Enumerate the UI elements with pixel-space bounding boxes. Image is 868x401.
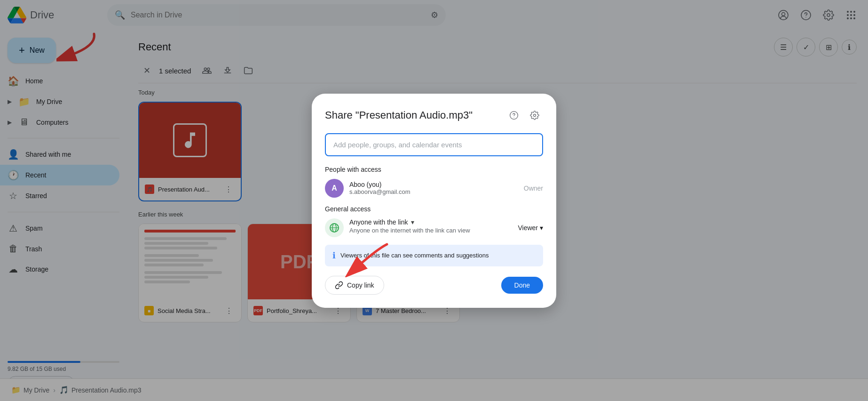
access-chevron-icon[interactable]: ▾	[411, 218, 414, 226]
modal-header-icons	[505, 107, 543, 124]
person-role: Owner	[524, 184, 543, 192]
access-role-select[interactable]: Viewer ▾	[518, 224, 543, 232]
modal-footer: Copy link Done	[325, 276, 543, 295]
user-avatar: A	[325, 179, 344, 198]
share-modal-overlay: Share "Presentation Audio.mp3" People wi…	[0, 0, 868, 401]
access-title: Anyone with the link	[349, 218, 408, 226]
info-banner-icon: ℹ	[332, 250, 336, 261]
modal-title: Share "Presentation Audio.mp3"	[325, 109, 473, 121]
info-banner-text: Viewers of this file can see comments an…	[340, 252, 489, 259]
access-title-row: Anyone with the link ▾	[349, 218, 512, 226]
access-row: Anyone with the link ▾ Anyone on the int…	[325, 218, 543, 237]
modal-help-button[interactable]	[505, 107, 522, 124]
general-access-section: General access Anyone with the link ▾ An…	[325, 205, 543, 237]
copy-link-button[interactable]: Copy link	[325, 276, 384, 295]
access-description: Anyone on the internet with the link can…	[349, 227, 512, 234]
modal-settings-button[interactable]	[526, 107, 543, 124]
person-row: A Aboo (you) s.aboorva@gmail.com Owner	[325, 179, 543, 198]
access-role-label: Viewer	[518, 224, 538, 232]
people-with-access-header: People with access	[325, 166, 543, 173]
info-banner: ℹ Viewers of this file can see comments …	[325, 245, 543, 266]
person-email: s.aboorva@gmail.com	[349, 188, 518, 195]
svg-point-17	[513, 117, 514, 117]
person-info: Aboo (you) s.aboorva@gmail.com	[349, 181, 518, 195]
copy-link-label: Copy link	[347, 281, 374, 289]
modal-header: Share "Presentation Audio.mp3"	[325, 107, 543, 124]
done-button[interactable]: Done	[501, 277, 543, 294]
svg-point-18	[534, 114, 536, 116]
person-name: Aboo (you)	[349, 181, 518, 188]
add-people-input[interactable]	[325, 133, 543, 156]
access-globe-icon	[325, 218, 344, 237]
access-info: Anyone with the link ▾ Anyone on the int…	[349, 218, 512, 234]
role-chevron-icon: ▾	[540, 224, 543, 232]
share-modal: Share "Presentation Audio.mp3" People wi…	[312, 94, 556, 308]
general-access-header: General access	[325, 205, 543, 213]
